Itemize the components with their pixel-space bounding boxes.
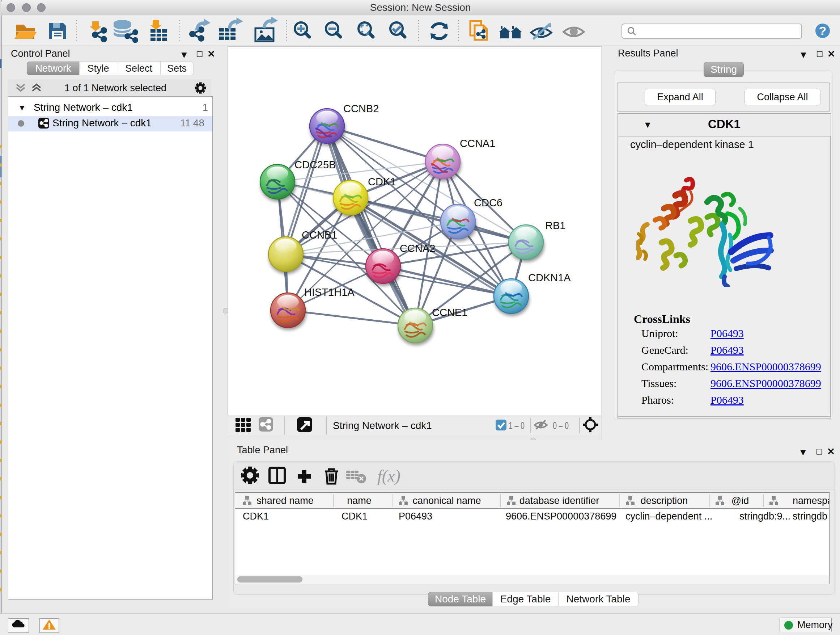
svg-text:CCNB1: CCNB1 (302, 229, 337, 241)
svg-text:?: ? (819, 24, 827, 38)
svg-text:RB1: RB1 (545, 220, 565, 231)
svg-text:database identifier: database identifier (519, 495, 600, 506)
svg-text:shared name: shared name (256, 495, 314, 506)
svg-text:CDC6: CDC6 (474, 197, 502, 209)
svg-text:CCNB2: CCNB2 (343, 103, 379, 114)
svg-text:HIST1H1A: HIST1H1A (304, 287, 355, 298)
svg-text:CDK1: CDK1 (341, 511, 368, 522)
svg-text:P06493: P06493 (399, 511, 432, 522)
svg-text:stringdb:9...: stringdb:9... (739, 511, 790, 522)
svg-text:CCNA2: CCNA2 (400, 242, 435, 254)
svg-text:@id: @id (731, 495, 749, 506)
svg-text:stringdb: stringdb (793, 511, 827, 522)
svg-text:String Network – cdk1: String Network – cdk1 (333, 420, 432, 431)
svg-text:cyclin–dependent ...: cyclin–dependent ... (625, 511, 712, 522)
svg-text:CDC25B: CDC25B (294, 159, 336, 171)
svg-text:CDKN1A: CDKN1A (528, 272, 571, 283)
svg-text:1 – 0: 1 – 0 (508, 420, 524, 431)
svg-text:namespace: namespace (793, 495, 829, 506)
svg-text:f(x): f(x) (377, 467, 401, 485)
svg-text:CCNA1: CCNA1 (460, 138, 495, 149)
svg-text:CDK1: CDK1 (243, 511, 269, 522)
svg-text:0 – 0: 0 – 0 (553, 420, 569, 431)
svg-text:9606.ENSP00000378699: 9606.ENSP00000378699 (506, 511, 616, 522)
svg-text:canonical name: canonical name (412, 495, 481, 506)
svg-text:description: description (641, 495, 688, 506)
svg-text:CCNE1: CCNE1 (432, 307, 467, 318)
svg-text:name: name (347, 495, 371, 506)
svg-text:CDK1: CDK1 (368, 176, 396, 187)
